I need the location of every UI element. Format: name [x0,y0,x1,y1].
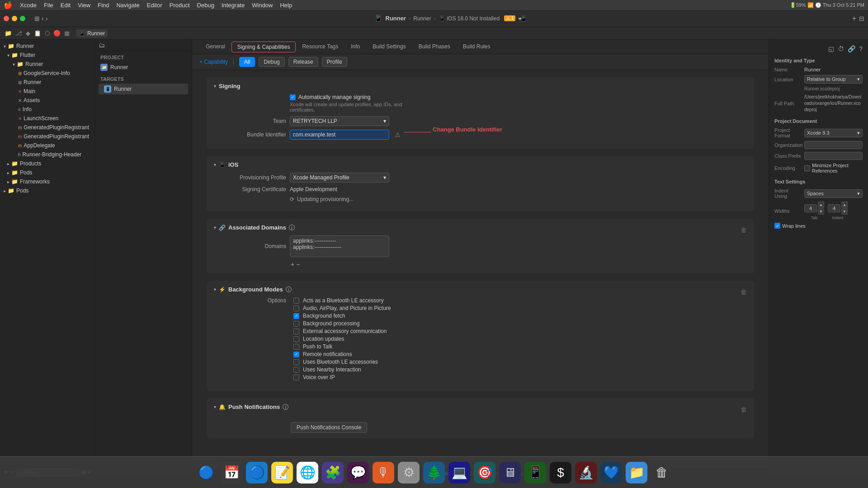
tests-icon[interactable]: ⬡ [44,29,51,38]
assoc-domains-header[interactable]: ▾ 🔗 Associated Domains i [214,224,741,231]
inspector-icon4[interactable]: ? [859,45,863,52]
project-format-select[interactable]: Xcode 9.3 ▾ [804,129,863,137]
menu-xcode[interactable]: Xcode [20,2,37,9]
dock-trash[interactable]: 🗑 [651,462,673,483]
sidebar-item-bridging[interactable]: h Runner-Bridging-Header [0,150,94,159]
tab-info[interactable]: Info [344,41,366,53]
breadcrumb-scheme[interactable]: Runner [413,15,431,22]
dock-terminal[interactable]: $ [550,462,571,483]
dock-sysprefs[interactable]: ⚙ [398,462,420,483]
tab-build-phases[interactable]: Build Phases [412,41,457,53]
minimize-button[interactable] [12,16,17,21]
filter-release-button[interactable]: Release [288,57,318,67]
checkbox-bluetooth-accessory[interactable] [293,298,299,304]
dock-dart[interactable]: 🎯 [474,462,495,483]
project-item[interactable]: 📁 Runner [95,62,192,73]
dock-files[interactable]: 📁 [626,462,647,483]
dock-launchpad[interactable]: 📅 [221,462,242,483]
ios-section-header[interactable]: ▾ 📱 iOS [214,161,747,168]
location-select[interactable]: Relative to Group ▾ [804,75,863,84]
source-control-icon[interactable]: ⎇ [14,29,23,38]
checkbox-nearby-interaction[interactable] [293,367,299,373]
main-scroll[interactable]: ▾ Signing Automatically manage signing X… [192,70,769,468]
sidebar-item-genplugin2[interactable]: m GeneratedPluginRegistrant [0,132,94,141]
checkbox-uses-bluetooth[interactable] [293,359,299,365]
inspector-icon3[interactable]: 🔗 [848,45,855,52]
checkbox-background-fetch[interactable] [293,313,299,319]
encoding-checkbox[interactable] [804,165,810,171]
apple-menu[interactable]: 🍎 [4,1,13,9]
sidebar-item-pods-root[interactable]: ▸ 📁 Pods [0,186,94,195]
sidebar-item-pods[interactable]: ▸ 📁 Pods [0,168,94,177]
tab-build-settings[interactable]: Build Settings [366,41,412,53]
dock-simulator[interactable]: 💻 [448,462,470,483]
filter-all-button[interactable]: All [239,57,255,67]
wrap-lines-checkbox[interactable] [774,223,780,229]
tab-increment-button[interactable]: ▲ [818,202,824,208]
assoc-domains-delete-icon[interactable]: 🗑 [741,226,747,234]
bg-modes-delete-icon[interactable]: 🗑 [741,288,747,296]
sidebar-item-frameworks[interactable]: ▸ 📁 Frameworks [0,177,94,186]
bundle-id-input[interactable] [290,130,389,140]
menu-debug[interactable]: Debug [197,2,214,9]
menu-help[interactable]: Help [280,2,292,9]
checkbox-location-updates[interactable] [293,336,299,342]
tab-general[interactable]: General [199,41,231,53]
checkbox-voice-over-ip[interactable] [293,375,299,380]
indent-increment-button[interactable]: ▲ [841,202,848,208]
sidebar-toggle-icon[interactable]: ⊞ [34,15,40,22]
push-notifications-console-button[interactable]: Push Notifications Console [291,422,367,433]
add-capability-button[interactable]: + Capability [199,59,228,65]
filter-profile-button[interactable]: Profile [322,57,347,67]
menu-editor[interactable]: Editor [147,2,162,9]
menu-file[interactable]: File [44,2,53,9]
dock-skype[interactable]: 🔵 [246,462,268,483]
dock-app2[interactable]: 🎙 [373,462,394,483]
menu-window[interactable]: Window [252,2,273,9]
maximize-button[interactable] [20,16,25,21]
sidebar-item-genplugin1[interactable]: m GeneratedPluginRegistrant [0,123,94,132]
push-delete-icon[interactable]: 🗑 [741,406,747,413]
dock-appstore[interactable]: 📱 [524,462,546,483]
target-item-runner[interactable]: 📱 Runner [99,84,188,94]
dock-sourcetree[interactable]: 🌲 [423,462,445,483]
report-icon[interactable]: 📋 [33,29,42,38]
tab-decrement-button[interactable]: ▼ [818,208,824,215]
dock-notes[interactable]: 📝 [271,462,293,483]
sidebar-item-assets[interactable]: ✕ Assets [0,96,94,105]
sidebar-item-runner-root[interactable]: ▾ 📁 Runner [0,42,94,51]
split-editor-icon[interactable]: ⊟ [859,15,864,22]
checkbox-push-to-talk[interactable] [293,344,299,350]
add-tab-button[interactable]: + [852,14,856,23]
push-info-icon[interactable]: i [283,404,288,410]
dock-xcode-settings[interactable]: 🖥 [499,462,521,483]
menu-navigate[interactable]: Navigate [116,2,139,9]
sidebar-item-googleservice[interactable]: ⊞ GoogleService-Info [0,69,94,78]
menu-find[interactable]: Find [98,2,109,9]
dock-instruments[interactable]: 🔬 [575,462,597,483]
back-nav-icon[interactable]: ‹ [42,15,44,22]
tab-signing[interactable]: Signing & Capabilities [231,42,296,52]
inspector-icon1[interactable]: ◱ [828,45,834,52]
menu-integrate[interactable]: Integrate [222,2,245,9]
sidebar-item-products[interactable]: ▸ 📁 Products [0,159,94,168]
prov-profile-select[interactable]: Xcode Managed Profile ▾ [290,173,389,183]
breakpoints-icon[interactable]: ◆ [25,29,31,38]
checkbox-background-processing[interactable] [293,321,299,327]
dock-chrome[interactable]: 🌐 [297,462,318,483]
sidebar-item-info[interactable]: ≡ Info [0,105,94,114]
domains-box[interactable]: applinks:------------ applinks:---------… [290,235,389,257]
sidebar-item-launchscreen[interactable]: ✕ LaunchScreen [0,114,94,123]
filter-debug-button[interactable]: Debug [259,57,284,67]
checkbox-remote-notifications[interactable] [293,352,299,357]
dock-finder[interactable]: 🔵 [195,462,217,483]
sidebar-item-runner-file[interactable]: ⊞ Runner [0,78,94,87]
push-header[interactable]: ▾ 🔔 Push Notifications i [214,404,741,410]
checkbox-audio-airplay[interactable] [293,305,299,311]
menu-view[interactable]: View [78,2,90,9]
indent-using-select[interactable]: Spaces ▾ [804,189,863,198]
hierarchy-icon[interactable]: ▦ [63,29,71,38]
auto-manage-checkbox[interactable] [290,94,296,100]
add-domain-button[interactable]: + [291,261,294,268]
dock-xcode[interactable]: 💙 [600,462,622,483]
